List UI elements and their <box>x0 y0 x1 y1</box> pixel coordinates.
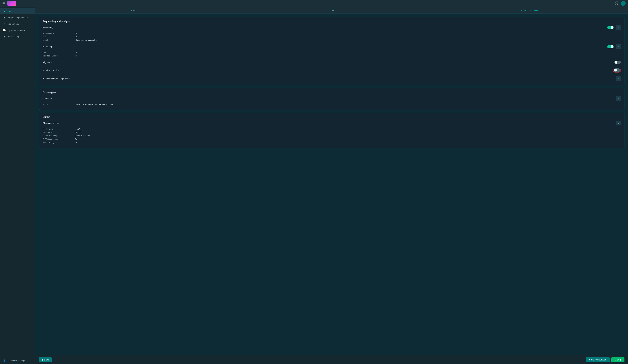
file-location-value: /data/. <box>75 128 80 130</box>
basecalling-toggle-thumb <box>611 26 613 29</box>
duplex-label: Duplex <box>43 36 75 38</box>
conditions-row: Conditions ✎ <box>43 96 621 101</box>
sidebar-item-system-messages[interactable]: 💬 System messages <box>0 27 35 33</box>
adaptive-sampling-toggle <box>614 68 620 72</box>
model-label: Model <box>43 39 75 41</box>
conditions-label: Conditions <box>43 97 616 100</box>
file-location-label: File location <box>43 128 75 130</box>
messages-icon: 💬 <box>3 29 6 32</box>
read-splitting-label: Read splitting <box>43 141 75 144</box>
selected-barcodes-label: Selected barcodes <box>43 55 75 57</box>
adaptive-sampling-toggle-thumb <box>614 69 617 72</box>
topbar-right: ? Help L <box>615 1 626 6</box>
basecalling-toggle[interactable] <box>607 26 614 29</box>
alignment-toggle[interactable] <box>614 61 621 64</box>
connection-icon: 👤 <box>3 360 6 362</box>
trim-row: Trim Off <box>43 51 621 54</box>
read-splitting-value: On <box>75 141 77 144</box>
start-button[interactable]: Start ❯ <box>611 357 625 363</box>
run-limit-value: Stop run when sequencing reaches 24 hour… <box>75 103 113 105</box>
step-run-configuration[interactable]: 3. Run configuration <box>430 9 628 11</box>
output-section: Output File output options ✎ File locati… <box>39 113 624 148</box>
sidebar-item-host-settings[interactable]: ⚙ Host settings › <box>0 33 35 40</box>
help-label: Help <box>615 4 619 6</box>
duplex-value: Off <box>75 36 77 38</box>
file-output-edit-button[interactable]: ✎ <box>616 121 621 126</box>
barcoding-edit-button[interactable]: ✎ <box>616 44 621 49</box>
adaptive-sampling-row: Adaptive sampling <box>43 67 621 74</box>
divider-3 <box>43 66 621 66</box>
advanced-options-edit-button[interactable]: ✎ <box>616 76 621 81</box>
output-frequency-row: Output frequency Every 10 minutes <box>43 134 621 137</box>
back-button[interactable]: ❮ Back <box>39 357 52 363</box>
alignment-toggle-thumb <box>615 61 618 64</box>
modified-bases-label: Modified bases <box>43 32 75 34</box>
sidebar-item-settings-label: Host settings <box>8 35 20 38</box>
fastq-compression-row: FASTQ compression On <box>43 137 621 141</box>
sidebar-item-messages-label: System messages <box>8 29 25 31</box>
start-icon: ● <box>3 10 6 13</box>
sidebar-item-sequencing-overview[interactable]: ⊞ Sequencing overview <box>0 14 35 21</box>
trim-label: Trim <box>43 51 75 54</box>
connection-label: Connection manager <box>8 360 25 362</box>
output-frequency-value: Every 10 minutes <box>75 135 89 137</box>
bottom-bar: ❮ Back Save configuration Start ❯ <box>35 355 628 364</box>
divider-1 <box>43 43 621 43</box>
save-configuration-button[interactable]: Save configuration <box>586 357 610 363</box>
basecalling-settings: Modified bases Off Duplex Off Model High… <box>43 31 621 42</box>
adaptive-sampling-label: Adaptive sampling <box>43 69 613 71</box>
output-title: Output <box>43 116 621 118</box>
run-limit-row: Run limit Stop run when sequencing reach… <box>43 103 621 106</box>
barcoding-toggle-thumb <box>611 45 613 48</box>
grid-icon: ⊞ <box>3 16 6 19</box>
modified-bases-value: Off <box>75 32 77 34</box>
basecalling-edit-button[interactable]: ✎ <box>616 25 621 30</box>
alignment-row: Alignment <box>43 59 621 65</box>
fastq-compression-label: FASTQ compression <box>43 138 75 140</box>
step-positions[interactable]: 1. Positions <box>35 9 233 11</box>
settings-icon: ⚙ <box>3 35 6 38</box>
advanced-options-row: Advanced sequencing options ✎ <box>43 75 621 82</box>
main-scroll: Sequencing and analysis Basecalling ✎ <box>35 13 628 355</box>
data-format-row: Data format FASTQ <box>43 131 621 134</box>
sequencing-analysis-card: Sequencing and analysis Basecalling ✎ <box>39 17 625 85</box>
advanced-options-label: Advanced sequencing options <box>43 77 616 80</box>
duplex-row: Duplex Off <box>43 35 621 38</box>
fastq-compression-value: On <box>75 138 77 140</box>
data-targets-section: Data targets Conditions ✎ Run limit Stop… <box>39 88 624 110</box>
data-format-label: Data format <box>43 131 75 133</box>
help-icon: ? <box>616 1 619 4</box>
basecalling-label: Basecalling <box>43 26 607 29</box>
file-output-settings: File location /data/. Data format FASTQ … <box>43 127 621 145</box>
model-row: Model High-accuracy basecalling <box>43 38 621 42</box>
menu-icon[interactable]: ☰ <box>2 1 5 5</box>
read-splitting-row: Read splitting On <box>43 141 621 144</box>
adaptive-sampling-toggle-highlighted[interactable] <box>613 68 621 73</box>
sidebar-item-experiments[interactable]: ∿ Experiments <box>0 21 35 27</box>
trim-value: Off <box>75 51 77 54</box>
step-nav: 1. Positions 2. Kit 3. Run configuration <box>35 7 628 13</box>
help-button[interactable]: ? Help <box>615 1 619 6</box>
output-frequency-label: Output frequency <box>43 135 75 137</box>
selected-barcodes-row: Selected barcodes All <box>43 54 621 58</box>
file-output-row: File output options ✎ <box>43 121 621 126</box>
data-targets-card: Data targets Conditions ✎ Run limit Stop… <box>39 88 625 110</box>
barcoding-toggle[interactable] <box>607 45 614 48</box>
file-output-label: File output options <box>43 122 616 124</box>
content-area: 1. Positions 2. Kit 3. Run configuration… <box>35 7 628 364</box>
step-kit[interactable]: 2. Kit <box>233 9 430 11</box>
modified-bases-row: Modified bases Off <box>43 32 621 35</box>
sequencing-analysis-title: Sequencing and analysis <box>43 20 621 23</box>
sidebar-item-start-label: Start <box>8 10 12 12</box>
avatar[interactable]: L <box>621 1 626 6</box>
data-format-value: FASTQ <box>75 131 81 133</box>
sidebar-item-start[interactable]: ● Start <box>0 8 35 14</box>
sidebar-bottom-connection[interactable]: 👤 Connection manager <box>0 357 35 364</box>
conditions-edit-button[interactable]: ✎ <box>616 96 621 101</box>
barcoding-settings: Trim Off Selected barcodes All <box>43 50 621 58</box>
barcoding-label: Barcoding <box>43 45 607 48</box>
selected-barcodes-value: All <box>75 55 77 57</box>
sidebar-item-experiments-label: Experiments <box>8 23 19 25</box>
alignment-label: Alignment <box>43 61 614 64</box>
experiments-icon: ∿ <box>3 22 6 25</box>
